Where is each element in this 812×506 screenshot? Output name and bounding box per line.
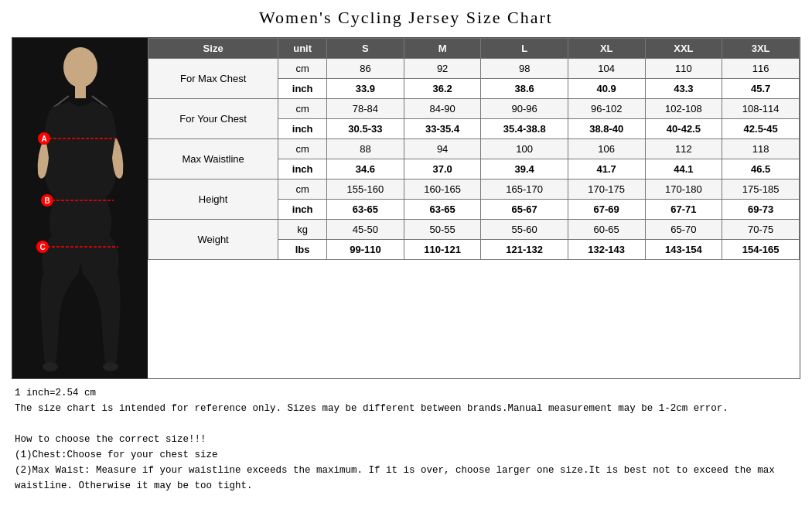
data-cell: 118 xyxy=(722,139,800,159)
header-m: M xyxy=(404,39,481,59)
data-cell: 46.5 xyxy=(722,159,800,179)
data-cell: 65-67 xyxy=(481,200,568,220)
data-cell: 154-165 xyxy=(722,240,800,260)
unit-cell: inch xyxy=(278,119,327,139)
data-cell: 60-65 xyxy=(568,220,645,240)
category-height: Height xyxy=(148,179,278,220)
unit-cell: cm xyxy=(278,139,327,159)
unit-cell: cm xyxy=(278,179,327,200)
svg-point-1 xyxy=(63,47,97,87)
data-cell: 33-35.4 xyxy=(404,119,481,139)
data-cell: 35.4-38.8 xyxy=(481,119,568,139)
unit-cell: kg xyxy=(278,220,327,240)
data-cell: 112 xyxy=(645,139,722,159)
data-cell: 98 xyxy=(481,59,568,79)
data-cell: 121-132 xyxy=(481,240,568,260)
data-cell: 108-114 xyxy=(722,99,800,119)
table-area: Size unit S M L XL XXL 3XL For Max Chest xyxy=(148,38,800,378)
note-line-6: (2)Max Waist: Measure if your waistline … xyxy=(15,463,797,494)
data-cell: 100 xyxy=(481,139,568,159)
page-wrapper: Women's Cycling Jersey Size Chart xyxy=(0,0,812,506)
data-cell: 170-180 xyxy=(645,179,722,200)
data-cell: 37.0 xyxy=(404,159,481,179)
data-cell: 38.8-40 xyxy=(568,119,645,139)
table-row: For Your Chest cm 78-84 84-90 90-96 96-1… xyxy=(148,99,800,119)
data-cell: 65-70 xyxy=(645,220,722,240)
header-size: Size xyxy=(148,39,278,59)
unit-cell: inch xyxy=(278,79,327,99)
size-table: Size unit S M L XL XXL 3XL For Max Chest xyxy=(148,38,800,260)
data-cell: 45.7 xyxy=(722,79,800,99)
data-cell: 116 xyxy=(722,59,800,79)
data-cell: 34.6 xyxy=(327,159,404,179)
notes-section: 1 inch=2.54 cm The size chart is intende… xyxy=(12,379,800,500)
header-xxl: XXL xyxy=(645,39,722,59)
svg-text:B: B xyxy=(44,197,49,205)
data-cell: 132-143 xyxy=(568,240,645,260)
header-unit: unit xyxy=(278,39,327,59)
table-row: For Max Chest cm 86 92 98 104 110 116 xyxy=(148,59,800,79)
svg-point-6 xyxy=(103,362,118,371)
unit-cell: cm xyxy=(278,99,327,119)
data-cell: 110 xyxy=(645,59,722,79)
data-cell: 41.7 xyxy=(568,159,645,179)
data-cell: 165-170 xyxy=(481,179,568,200)
data-cell: 155-160 xyxy=(327,179,404,200)
image-column: A B C xyxy=(12,38,148,378)
header-3xl: 3XL xyxy=(722,39,800,59)
category-max-chest: For Max Chest xyxy=(148,59,278,99)
svg-text:C: C xyxy=(39,243,45,251)
data-cell: 55-60 xyxy=(481,220,568,240)
data-cell: 96-102 xyxy=(568,99,645,119)
data-cell: 38.6 xyxy=(481,79,568,99)
data-cell: 78-84 xyxy=(327,99,404,119)
data-cell: 92 xyxy=(404,59,481,79)
data-cell: 104 xyxy=(568,59,645,79)
category-your-chest: For Your Chest xyxy=(148,99,278,139)
page-title: Women's Cycling Jersey Size Chart xyxy=(12,8,800,28)
note-spacer xyxy=(15,416,797,432)
note-line-5: (1)Chest:Choose for your chest size xyxy=(15,447,797,463)
data-cell: 50-55 xyxy=(404,220,481,240)
unit-cell: cm xyxy=(278,59,327,79)
data-cell: 88 xyxy=(327,139,404,159)
data-cell: 86 xyxy=(327,59,404,79)
unit-cell: inch xyxy=(278,200,327,220)
data-cell: 36.2 xyxy=(404,79,481,99)
table-row: Weight kg 45-50 50-55 55-60 60-65 65-70 … xyxy=(148,220,800,240)
note-line-1: 1 inch=2.54 cm xyxy=(15,385,797,401)
svg-point-5 xyxy=(43,362,58,371)
data-cell: 67-71 xyxy=(645,200,722,220)
data-cell: 106 xyxy=(568,139,645,159)
table-row: Max Waistline cm 88 94 100 106 112 118 xyxy=(148,139,800,159)
unit-cell: lbs xyxy=(278,240,327,260)
svg-rect-2 xyxy=(75,84,86,98)
unit-cell: inch xyxy=(278,159,327,179)
data-cell: 43.3 xyxy=(645,79,722,99)
data-cell: 67-69 xyxy=(568,200,645,220)
category-weight: Weight xyxy=(148,220,278,260)
chart-container: A B C Size unit S xyxy=(12,37,800,379)
data-cell: 160-165 xyxy=(404,179,481,200)
data-cell: 110-121 xyxy=(404,240,481,260)
model-figure: A B C xyxy=(22,38,138,378)
svg-text:A: A xyxy=(41,135,46,143)
data-cell: 143-154 xyxy=(645,240,722,260)
data-cell: 33.9 xyxy=(327,79,404,99)
note-line-4: How to choose the correct size!!! xyxy=(15,432,797,447)
data-cell: 99-110 xyxy=(327,240,404,260)
header-s: S xyxy=(327,39,404,59)
data-cell: 94 xyxy=(404,139,481,159)
data-cell: 170-175 xyxy=(568,179,645,200)
note-line-2: The size chart is intended for reference… xyxy=(15,401,797,416)
data-cell: 42.5-45 xyxy=(722,119,800,139)
data-cell: 40.9 xyxy=(568,79,645,99)
data-cell: 39.4 xyxy=(481,159,568,179)
data-cell: 90-96 xyxy=(481,99,568,119)
data-cell: 102-108 xyxy=(645,99,722,119)
data-cell: 63-65 xyxy=(404,200,481,220)
data-cell: 84-90 xyxy=(404,99,481,119)
data-cell: 70-75 xyxy=(722,220,800,240)
data-cell: 45-50 xyxy=(327,220,404,240)
data-cell: 175-185 xyxy=(722,179,800,200)
